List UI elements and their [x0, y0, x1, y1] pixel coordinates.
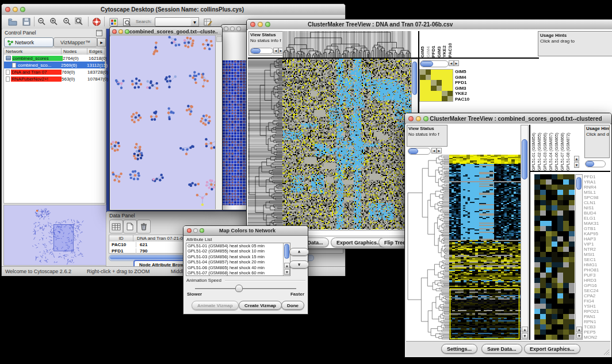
treeview2-zoom-vscroll-thumb[interactable]: [576, 177, 582, 190]
matrix-cell[interactable]: [447, 91, 453, 96]
zoom-window-icon[interactable]: [423, 116, 429, 121]
matrix-cell[interactable]: [447, 70, 453, 75]
close-icon[interactable]: [5, 7, 10, 12]
gene-label[interactable]: SEC1: [584, 257, 610, 262]
matrix-cell[interactable]: [420, 75, 426, 80]
scroll-left-icon[interactable]: ◀: [431, 148, 437, 154]
scroll-down-icon[interactable]: ▼: [574, 162, 579, 168]
column-label[interactable]: GIM5: [420, 31, 426, 58]
matrix-cell[interactable]: [437, 70, 442, 75]
attribute-list-item[interactable]: GPL51-06 (GSM865) heat shock 40 min: [186, 265, 290, 270]
row-label[interactable]: PFD1: [455, 80, 479, 86]
attribute-list-item[interactable]: GPL51-07 (GSM868) heat shock 60 min: [186, 270, 290, 275]
matrix-cell[interactable]: [420, 70, 426, 75]
treeview2-titlebar[interactable]: ClusterMaker TreeView : combined_scores_…: [405, 113, 611, 124]
matrix-cell[interactable]: [426, 70, 431, 75]
scroll-down-icon[interactable]: ▼: [284, 269, 290, 275]
treeview1-gene-dendrogram[interactable]: [248, 59, 282, 229]
column-label[interactable]: GPL51-02 (GSM855): [537, 125, 542, 171]
scroll-left-icon[interactable]: ◀: [449, 60, 454, 66]
matrix-cell[interactable]: [447, 75, 453, 80]
minimize-icon[interactable]: [118, 29, 123, 34]
treeview1-heatmap[interactable]: [282, 59, 411, 229]
gene-label[interactable]: MSL1: [584, 190, 610, 195]
gene-label[interactable]: RPN1: [584, 319, 610, 324]
matrix-cell[interactable]: [431, 80, 437, 85]
gene-label[interactable]: PAN1: [584, 314, 610, 319]
zoom-window-icon[interactable]: [200, 228, 204, 233]
treeview2-gene-dendrogram[interactable]: [407, 155, 449, 340]
gene-label[interactable]: PUF3: [584, 273, 610, 278]
settings-button[interactable]: Settings...: [441, 344, 477, 354]
usage-hints-hscrollbar[interactable]: [585, 160, 606, 167]
attribute-list-item[interactable]: GPL51-03 (GSM856) heat shock 15 min: [186, 254, 290, 259]
treeview2-vscrollbar[interactable]: ▲ ▼: [521, 125, 529, 340]
speed-slider-thumb[interactable]: [235, 285, 243, 292]
save-icon[interactable]: [21, 17, 32, 27]
matrix-cell[interactable]: [437, 86, 442, 91]
gene-label[interactable]: PEP5: [584, 329, 610, 335]
matrix-cell[interactable]: [442, 70, 447, 75]
tab-vizmapper[interactable]: VizMapper™: [53, 37, 97, 47]
scroll-right-icon[interactable]: ▶: [437, 148, 442, 154]
treeview2-zoom-vscrollbar[interactable]: ▲ ▼: [575, 174, 583, 340]
matrix-cell[interactable]: [431, 75, 437, 80]
table-edit-icon[interactable]: [202, 17, 213, 27]
dense-network-view[interactable]: [223, 60, 248, 205]
treeview2-heatmap[interactable]: [449, 155, 521, 340]
network-canvas[interactable]: [110, 36, 215, 209]
zoom-out-icon[interactable]: [37, 17, 47, 27]
resize-grip-icon[interactable]: [603, 348, 610, 355]
scroll-up-icon[interactable]: ▲: [522, 327, 528, 332]
zoom-selected-icon[interactable]: [62, 17, 72, 27]
matrix-cell[interactable]: [437, 80, 442, 85]
export-graphics-button[interactable]: Export Graphics...: [524, 344, 580, 354]
minimize-icon[interactable]: [13, 7, 18, 12]
animate-vizmap-button[interactable]: Animate Vizmap: [192, 301, 239, 310]
help-lifering-icon[interactable]: [91, 17, 102, 27]
matrix-cell[interactable]: [420, 96, 426, 101]
matrix-cell[interactable]: [420, 86, 426, 91]
gene-label[interactable]: MSI1: [584, 252, 610, 257]
matrix-cell[interactable]: [447, 86, 453, 91]
network-view-scroll-box[interactable]: [216, 36, 222, 42]
move-down-button[interactable]: ∨: [289, 260, 309, 269]
matrix-cell[interactable]: [420, 91, 426, 96]
vizmapper-palette-icon[interactable]: [108, 17, 118, 27]
done-button[interactable]: Done: [281, 301, 304, 310]
tab-scroll-right-icon[interactable]: ▶: [97, 38, 106, 47]
gene-label[interactable]: KAP95: [584, 231, 610, 236]
main-title-bar[interactable]: Cytoscape Desktop (Session Name: collins…: [2, 4, 345, 16]
matrix-cell[interactable]: [447, 96, 453, 101]
attribute-list-item[interactable]: GPL51-04 (GSM857) heat shock 20 min: [186, 259, 290, 265]
column-label[interactable]: GPL51-07 (GSM868): [560, 125, 565, 171]
network-table-row[interactable]: combined_scores 2764(0) 16218(0): [4, 55, 105, 62]
gene-label[interactable]: HMG1: [584, 262, 610, 267]
matrix-cell[interactable]: [442, 86, 447, 91]
matrix-cell[interactable]: [442, 91, 447, 96]
gene-label[interactable]: YSH1: [584, 304, 610, 309]
search-dropdown-icon[interactable]: ▼: [191, 17, 199, 26]
gene-label[interactable]: YRA1: [584, 179, 610, 185]
col-network[interactable]: Network: [4, 48, 62, 55]
gene-label[interactable]: MAK31: [584, 221, 610, 226]
column-label[interactable]: YKE2: [442, 31, 447, 58]
search-document-icon[interactable]: [121, 17, 132, 27]
network-view-titlebar[interactable]: combined_scores_good.txt--cluste...: [110, 27, 222, 36]
column-label[interactable]: GIM3: [437, 31, 442, 58]
matrix-cell[interactable]: [426, 80, 431, 85]
attribute-list-scroll-thumb[interactable]: [284, 244, 289, 259]
column-label[interactable]: PFD1: [431, 31, 437, 58]
gene-label[interactable]: CPA2: [584, 293, 610, 298]
scroll-down-icon[interactable]: ▼: [576, 333, 582, 339]
gene-label[interactable]: TCB3: [584, 324, 610, 329]
attribute-list-vscrollbar[interactable]: ▲ ▼: [283, 243, 290, 275]
zoom-fit-icon[interactable]: [74, 17, 85, 27]
scroll-up-icon[interactable]: ▲: [574, 156, 579, 162]
gene-label[interactable]: GTB1: [584, 226, 610, 231]
move-up-button[interactable]: ∧: [289, 248, 309, 256]
close-icon[interactable]: [112, 29, 117, 34]
treeview1-zoom-matrix[interactable]: [419, 69, 453, 102]
row-label[interactable]: GIM3: [455, 86, 479, 91]
gene-label[interactable]: PHO81: [584, 267, 610, 273]
